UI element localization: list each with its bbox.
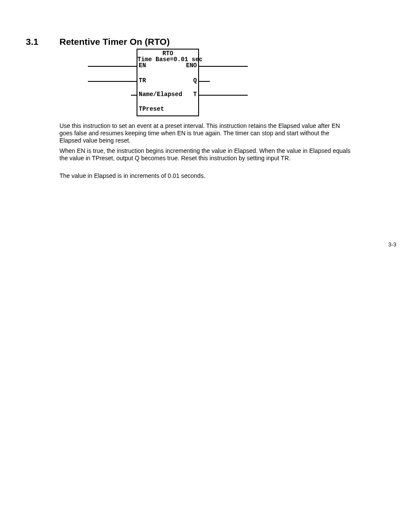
wire-q-out — [199, 81, 210, 82]
body-paragraph-1: Use this instruction to set an event at … — [59, 122, 352, 144]
function-block-diagram: RTO Time Base=0.01 sec EN TR Name/Elapse… — [88, 49, 273, 116]
pin-name-elapsed: Name/Elapsed — [139, 91, 182, 97]
page-number: 3-3 — [388, 241, 396, 248]
section-heading: 3.1Retentive Timer On (RTO) — [26, 37, 170, 47]
wire-t-out — [199, 95, 248, 96]
section-number: 3.1 — [26, 37, 59, 47]
block-title: RTO — [137, 50, 198, 56]
block-timebase: Time Base=0.01 sec — [137, 56, 198, 62]
pin-tr: TR — [139, 78, 146, 84]
pin-t: T — [193, 91, 197, 97]
wire-tr-in — [88, 81, 137, 82]
body-paragraph-2: When EN is true, the instruction begins … — [59, 147, 352, 162]
wire-eno-out — [199, 66, 248, 67]
body-paragraph-3: The value in Elapsed is in increments of… — [59, 172, 352, 180]
pin-en: EN — [139, 62, 146, 68]
pin-q: Q — [193, 78, 197, 84]
wire-en-in — [88, 66, 137, 67]
pin-eno: ENO — [186, 62, 197, 68]
wire-name-elapsed-in — [131, 95, 137, 96]
pin-tpreset: TPreset — [139, 106, 164, 112]
section-title: Retentive Timer On (RTO) — [59, 37, 170, 47]
rto-block: RTO Time Base=0.01 sec EN TR Name/Elapse… — [137, 49, 199, 116]
